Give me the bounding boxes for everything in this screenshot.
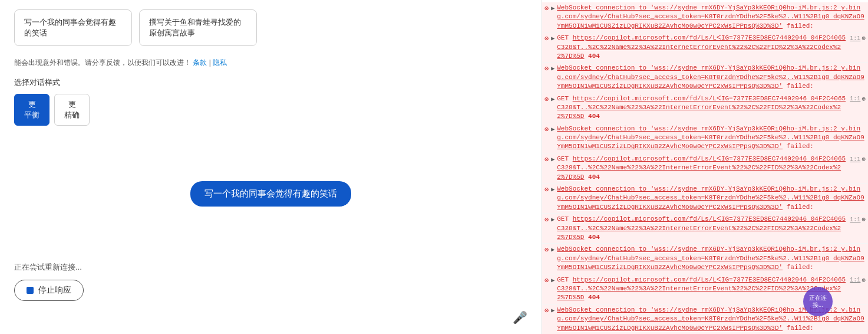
style-buttons: 更平衡 更精确: [14, 94, 527, 126]
error-icon: ⊗: [544, 64, 549, 74]
expand-arrow[interactable]: ▶: [551, 65, 555, 73]
suggestion-card-2[interactable]: 撰写关于鱼和青蛙寻找爱的原创寓言故事: [139, 9, 257, 46]
privacy-link[interactable]: 隐私: [213, 58, 227, 67]
error-icon: ⊗: [544, 306, 549, 316]
mic-icon[interactable]: 🎤: [513, 311, 527, 324]
error-icon: ⊗: [544, 185, 549, 195]
console-text: GET https://copilot.microsoft.com/fd/Ls/…: [557, 155, 847, 182]
console-link-info: 1:1 ⊕: [850, 95, 866, 104]
expand-arrow[interactable]: ▶: [551, 246, 555, 254]
console-entry-1: ⊗ ▶ GET https://copilot.microsoft.com/fd…: [542, 32, 868, 63]
console-entry-5: ⊗ ▶ GET https://copilot.microsoft.com/fd…: [542, 153, 868, 184]
console-entry-8: ⊗ ▶ WebSocket connection to 'wss://sydne…: [542, 244, 868, 274]
expand-arrow[interactable]: ▶: [551, 5, 555, 13]
mic-area[interactable]: 🎤: [513, 310, 527, 325]
highlight-bubble: 正在连接...: [803, 287, 833, 316]
style-section-label: 选择对话样式: [14, 77, 527, 88]
console-link-info: 1:1 ⊕: [850, 215, 866, 224]
style-section: 选择对话样式 更平衡 更精确: [14, 77, 527, 126]
error-icon: ⊗: [544, 155, 549, 165]
expand-arrow[interactable]: ▶: [551, 277, 555, 285]
console-text: WebSocket connection to 'wss://sydne rmX…: [557, 4, 866, 31]
console-entry-0: ⊗ ▶ WebSocket connection to 'wss://sydne…: [542, 2, 868, 32]
error-icon: ⊗: [544, 215, 549, 225]
terms-link[interactable]: 条款: [193, 58, 207, 67]
console-text: WebSocket connection to 'wss://sydne rmX…: [557, 64, 866, 91]
console-text: WebSocket connection to 'wss://sydne rmX…: [557, 125, 866, 152]
console-panel: ⊗ ▶ WebSocket connection to 'wss://sydne…: [542, 0, 868, 334]
expand-arrow[interactable]: ▶: [551, 35, 555, 43]
console-text: WebSocket connection to 'wss://sydne rmX…: [557, 245, 866, 272]
status-reconnect: 正在尝试重新连接...: [14, 262, 527, 273]
console-text: GET https://copilot.microsoft.com/fd/Ls/…: [557, 94, 847, 122]
console-text: GET https://copilot.microsoft.com/fd/Ls/…: [557, 215, 847, 242]
chat-bubble: 写一个我的同事会觉得有趣的笑话: [190, 181, 351, 207]
error-icon: ⊗: [544, 4, 549, 14]
suggestion-card-2-text: 撰写关于鱼和青蛙寻找爱的原创寓言故事: [149, 18, 241, 37]
suggestion-card-1[interactable]: 写一个我的同事会觉得有趣的笑话: [14, 9, 132, 46]
left-panel: 写一个我的同事会觉得有趣的笑话 撰写关于鱼和青蛙寻找爱的原创寓言故事 能会出现意…: [0, 0, 542, 334]
stop-response-button[interactable]: 停止响应: [14, 280, 84, 301]
console-link-info: 1:1 ⊕: [850, 34, 866, 43]
console-entry-2: ⊗ ▶ WebSocket connection to 'wss://sydne…: [542, 63, 868, 93]
suggestion-card-1-text: 写一个我的同事会觉得有趣的笑话: [24, 18, 116, 37]
error-notice: 能会出现意外和错误。请分享反馈，以便我们可以改进！ 条款 | 隐私: [14, 58, 527, 68]
console-text: GET https://copilot.microsoft.com/fd/Ls/…: [557, 34, 847, 61]
style-btn-precise[interactable]: 更精确: [54, 94, 90, 126]
error-icon: ⊗: [544, 245, 549, 256]
expand-arrow[interactable]: ▶: [551, 186, 555, 194]
console-link-info: 1:1 ⊕: [850, 155, 866, 164]
expand-arrow[interactable]: ▶: [551, 307, 555, 315]
error-icon: ⊗: [544, 125, 549, 135]
console-entry-6: ⊗ ▶ WebSocket connection to 'wss://sydne…: [542, 184, 868, 214]
error-icon: ⊗: [544, 34, 549, 44]
expand-arrow[interactable]: ▶: [551, 96, 555, 104]
expand-arrow[interactable]: ▶: [551, 216, 555, 224]
stop-btn-label: 停止响应: [38, 285, 71, 296]
console-text: WebSocket connection to 'wss://sydne rmX…: [557, 185, 866, 212]
stop-icon: [27, 287, 34, 294]
expand-arrow[interactable]: ▶: [551, 126, 555, 134]
chat-bubble-area: 写一个我的同事会觉得有趣的笑话: [14, 135, 527, 253]
console-entry-7: ⊗ ▶ GET https://copilot.microsoft.com/fd…: [542, 214, 868, 244]
style-btn-balanced[interactable]: 更平衡: [14, 94, 49, 126]
console-entry-4: ⊗ ▶ WebSocket connection to 'wss://sydne…: [542, 123, 868, 153]
console-link-info: 1:1 ⊕: [850, 276, 866, 285]
expand-arrow[interactable]: ▶: [551, 156, 555, 164]
console-entry-3: ⊗ ▶ GET https://copilot.microsoft.com/fd…: [542, 93, 868, 123]
error-icon: ⊗: [544, 276, 549, 286]
suggestion-cards: 写一个我的同事会觉得有趣的笑话 撰写关于鱼和青蛙寻找爱的原创寓言故事: [14, 9, 527, 46]
error-icon: ⊗: [544, 95, 549, 105]
error-notice-text: 能会出现意外和错误。请分享反馈，以便我们可以改进！: [14, 58, 191, 67]
